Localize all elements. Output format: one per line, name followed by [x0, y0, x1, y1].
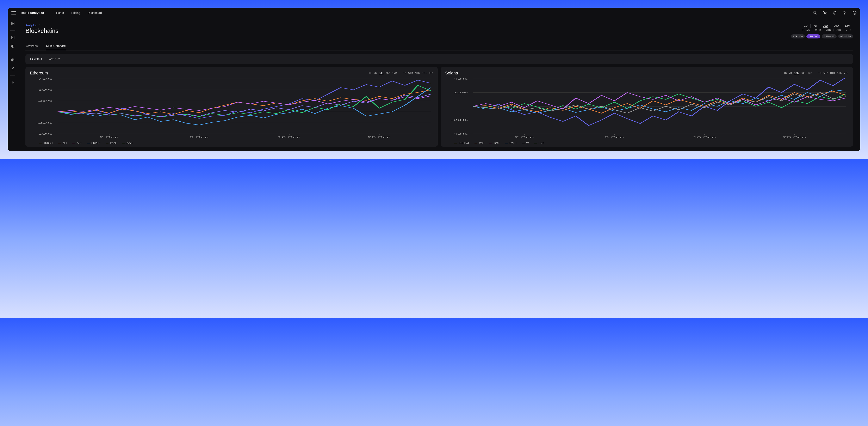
search-icon[interactable]	[813, 11, 817, 15]
mini-range-wtd[interactable]: WTD	[408, 72, 413, 75]
account-icon[interactable]	[852, 11, 857, 15]
mini-range-td[interactable]: TD	[403, 72, 406, 75]
breadcrumb-root[interactable]: Analytics	[25, 24, 37, 27]
breadcrumb-sep: /	[39, 24, 39, 27]
range-wtd[interactable]: WTD	[813, 29, 823, 31]
legend-label: WIF	[479, 142, 484, 145]
svg-text:16 Sep: 16 Sep	[693, 136, 716, 138]
pill-asma-50[interactable]: ASMA-50	[838, 34, 853, 38]
svg-text:75%: 75%	[38, 78, 53, 80]
series-wif	[473, 90, 846, 113]
range-7d[interactable]: 7D	[810, 24, 820, 28]
svg-rect-17	[11, 22, 12, 23]
menu-icon[interactable]	[11, 11, 16, 15]
range-ytd[interactable]: YTD	[843, 29, 853, 31]
mini-range-wtd[interactable]: WTD	[824, 72, 828, 75]
legend-item-super[interactable]: SUPER	[87, 142, 100, 145]
range-90d[interactable]: 90D	[831, 24, 842, 28]
range-today[interactable]: TODAY	[800, 29, 813, 31]
document-icon[interactable]	[11, 67, 15, 70]
mini-range-90d[interactable]: 90D	[801, 72, 805, 75]
mini-range-30d[interactable]: 30D	[794, 72, 799, 75]
legend-item-turbo[interactable]: TURBO	[39, 142, 53, 145]
legend-swatch	[122, 143, 125, 143]
card-ethereum: Ethereum 1D7D30D90D12MTDWTDMTDQTDYTD -50…	[25, 67, 438, 147]
range-1d[interactable]: 1D	[801, 24, 811, 28]
info-icon[interactable]	[833, 11, 837, 15]
legend-item-alt[interactable]: ALT	[72, 142, 82, 145]
globe-icon[interactable]	[11, 44, 15, 48]
legend-item-popcat[interactable]: POPCAT	[454, 142, 469, 145]
theme-icon[interactable]	[843, 11, 847, 15]
legend-label: W	[526, 142, 529, 145]
mini-range-mtd[interactable]: MTD	[830, 72, 835, 75]
filter-layer-1[interactable]: LAYER-1	[30, 57, 42, 61]
filter-layer-2[interactable]: LAYER-2	[47, 57, 60, 61]
svg-rect-18	[13, 22, 14, 23]
range-mtd[interactable]: MTD	[824, 29, 834, 31]
resize-icon[interactable]	[11, 35, 15, 39]
mini-range-mtd[interactable]: MTD	[415, 72, 420, 75]
legend-label: AAVE	[126, 142, 133, 145]
mini-range-7d[interactable]: 7D	[374, 72, 377, 75]
range-selector: 1D7D30D90D12M TODAYWTDMTDQTDYTD LTR-100L…	[791, 24, 853, 38]
legend-label: AGI	[63, 142, 67, 145]
mini-range-7d[interactable]: 7D	[789, 72, 792, 75]
mini-range-12m[interactable]: 12M	[392, 72, 397, 75]
series-alt	[58, 85, 431, 117]
rail-separator	[10, 30, 15, 31]
dashboard-icon[interactable]	[11, 22, 15, 25]
mini-range-1d[interactable]: 1D	[784, 72, 787, 75]
svg-point-0	[813, 11, 816, 13]
target-icon[interactable]	[11, 58, 15, 62]
legend-item-hnt[interactable]: HNT	[534, 142, 544, 145]
legend-item-w[interactable]: W	[522, 142, 529, 145]
range-12m[interactable]: 12M	[842, 24, 853, 28]
breadcrumb: Analytics /	[25, 24, 59, 27]
legend-label: PAAL	[110, 142, 117, 145]
legend-swatch	[454, 143, 457, 143]
series-agi	[58, 88, 431, 125]
pill-row: LTR-100LTR-300ASMA-10ASMA-50	[791, 34, 853, 38]
range-30d[interactable]: 30D	[820, 24, 831, 28]
chart-ethereum: -50%-25%25%50%75%2 Sep9 Sep16 Sep23 Sep	[30, 78, 433, 140]
card-head: Ethereum 1D7D30D90D12MTDWTDMTDQTDYTD	[30, 71, 433, 76]
range-row-bottom: TODAYWTDMTDQTDYTD	[800, 29, 853, 31]
legend-label: TURBO	[43, 142, 53, 145]
legend-item-paal[interactable]: PAAL	[105, 142, 117, 145]
nav-pricing[interactable]: Pricing	[71, 11, 80, 15]
pill-ltr-300[interactable]: LTR-300	[806, 34, 820, 38]
mini-range-td[interactable]: TD	[818, 72, 822, 75]
legend-item-gmt[interactable]: GMT	[489, 142, 499, 145]
nav-dashboard[interactable]: Dashboard	[88, 11, 102, 15]
pill-asma-10[interactable]: ASMA-10	[822, 34, 836, 38]
svg-line-11	[843, 11, 844, 12]
mini-range-30d[interactable]: 30D	[379, 72, 383, 75]
mini-range-qtd[interactable]: QTD	[837, 72, 842, 75]
series-pyth	[473, 91, 846, 113]
mini-range-ytd[interactable]: YTD	[844, 72, 848, 75]
mini-range-1d[interactable]: 1D	[369, 72, 372, 75]
mini-range-12m[interactable]: 12M	[807, 72, 812, 75]
nav-home[interactable]: Home	[56, 11, 64, 15]
card-title: Solana	[445, 71, 458, 76]
legend-item-aave[interactable]: AAVE	[122, 142, 133, 145]
legend-swatch	[87, 143, 90, 143]
pill-ltr-100[interactable]: LTR-100	[791, 34, 805, 38]
tab-overview[interactable]: Overview	[25, 42, 39, 50]
mini-range-90d[interactable]: 90D	[385, 72, 390, 75]
logout-icon[interactable]	[11, 81, 15, 84]
side-rail	[8, 18, 18, 151]
mini-range-ytd[interactable]: YTD	[428, 72, 433, 75]
legend-swatch	[105, 143, 108, 143]
tab-multi-compare[interactable]: Multi Compare	[46, 42, 66, 50]
series-turbo	[58, 80, 431, 118]
svg-text:-25%: -25%	[36, 121, 53, 124]
legend-item-wif[interactable]: WIF	[474, 142, 484, 145]
legend-swatch	[505, 143, 508, 143]
cursor-off-icon[interactable]	[823, 11, 827, 15]
legend-item-pyth[interactable]: PYTH	[505, 142, 516, 145]
range-qtd[interactable]: QTD	[834, 29, 843, 31]
legend-item-agi[interactable]: AGI	[58, 142, 67, 145]
mini-range-qtd[interactable]: QTD	[422, 72, 427, 75]
